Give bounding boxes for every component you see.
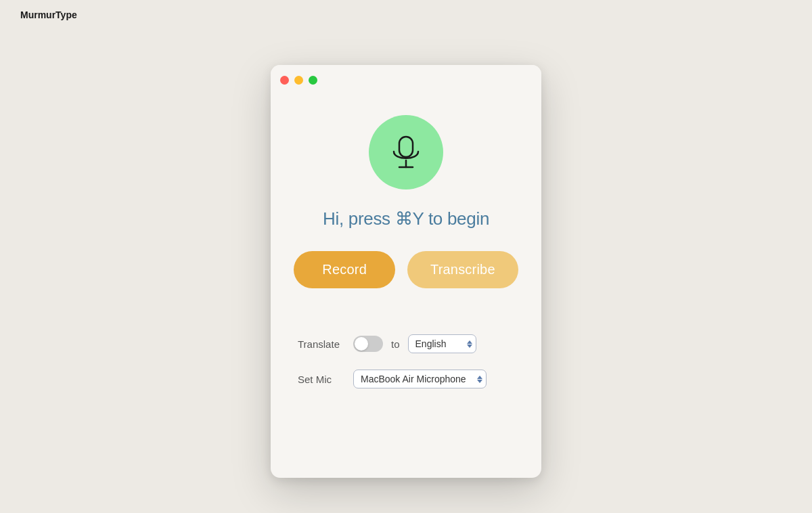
- record-button[interactable]: Record: [294, 251, 395, 288]
- maximize-button[interactable]: [309, 76, 317, 85]
- settings-area: Translate to English Spanish French Germ…: [298, 329, 514, 388]
- mic-select-wrapper: MacBook Air Microphone Built-in Micropho…: [353, 370, 487, 388]
- greeting-text: Hi, press ⌘Y to begin: [323, 208, 489, 229]
- transcribe-button[interactable]: Transcribe: [407, 251, 518, 288]
- to-label: to: [391, 338, 400, 350]
- microphone-icon: [387, 133, 425, 171]
- close-button[interactable]: [280, 76, 289, 85]
- language-select-wrapper: English Spanish French German Japanese C…: [408, 334, 476, 353]
- main-area: Hi, press ⌘Y to begin Record Transcribe …: [0, 30, 812, 513]
- translate-row: Translate to English Spanish French Germ…: [298, 334, 514, 353]
- svg-rect-0: [399, 137, 413, 157]
- language-select[interactable]: English Spanish French German Japanese C…: [408, 334, 476, 353]
- translate-label: Translate: [298, 338, 345, 350]
- mic-icon-container: [369, 115, 443, 189]
- app-window: Hi, press ⌘Y to begin Record Transcribe …: [271, 65, 541, 478]
- buttons-row: Record Transcribe: [294, 251, 518, 288]
- app-name: MurmurType: [20, 9, 77, 20]
- set-mic-label: Set Mic: [298, 374, 345, 385]
- title-bar: [271, 65, 541, 95]
- menu-bar: MurmurType: [0, 0, 812, 30]
- window-content: Hi, press ⌘Y to begin Record Transcribe …: [271, 95, 541, 478]
- mic-select[interactable]: MacBook Air Microphone Built-in Micropho…: [353, 370, 487, 388]
- translate-toggle[interactable]: [353, 336, 383, 352]
- set-mic-row: Set Mic MacBook Air Microphone Built-in …: [298, 370, 514, 388]
- minimize-button[interactable]: [294, 76, 303, 85]
